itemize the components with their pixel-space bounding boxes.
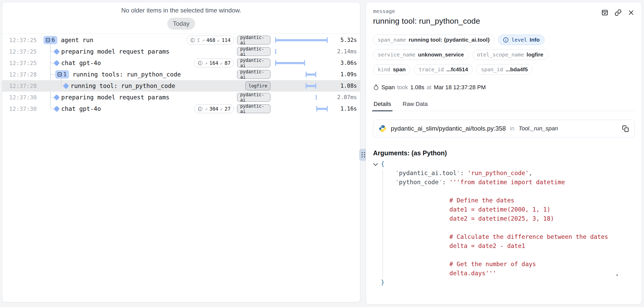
detail-tabs: DetailsRaw Data [373,101,635,111]
level-pill[interactable]: levelInfo [498,35,544,45]
scope-tag[interactable]: pydantic-ai [237,47,270,56]
copy-button[interactable] [622,125,629,132]
summary-timestamp: Mar 18 12:37:28 PM [434,84,486,91]
stopwatch-icon [373,84,379,91]
span-label: running tools: run_python_code [73,71,181,78]
attribute-pill-otel_scope_name[interactable]: otel_scope_namelogfire [472,49,548,60]
span-label: chat gpt-4o [61,105,101,112]
trace-row[interactable]: 12:37:30preparing model request paramspy… [2,92,360,103]
response-tokens-arrow-icon: ↙ [220,60,223,66]
attribute-label: level [511,37,527,43]
summary-span-word: Span [381,84,395,91]
request-tokens-arrow-icon: ↗ [202,37,205,43]
code-location-box[interactable]: pydantic_ai_slim/pydantic_ai/tools.py:35… [373,120,635,137]
collapse-toggle[interactable]: 6 [44,36,57,44]
span-duration: 1.16s [332,106,357,112]
attribute-value: running tool: {pydantic_ai.tool} [408,37,490,43]
trace-row[interactable]: 12:37:281running tools: run_python_codep… [2,69,360,80]
trace-row[interactable]: 12:37:30chat gpt-4o↗304↙27pydantic-ai1.1… [2,103,360,114]
trace-row[interactable]: 12:37:256agent runΣ↗468↙114pydantic-ai5.… [2,34,360,46]
attribute-pill-span_name[interactable]: span_namerunning tool: {pydantic_ai.tool… [373,35,494,45]
token-usage-badge: ↗164↙87 [194,59,234,67]
collapse-minus-icon [58,72,62,76]
tab-details[interactable]: Details [373,101,392,111]
code-location-function: Tool._run_span [519,125,558,132]
request-tokens: 304 [209,106,218,112]
scope-tag[interactable]: pydantic-ai [237,70,270,79]
arguments-heading: Arguments: (as Python) [373,149,635,157]
summary-took-word: took [397,84,408,91]
collapse-chevron-icon[interactable] [373,161,378,166]
timeline-cell [275,69,328,80]
duration-bar [275,60,305,66]
indent-guide-line [382,170,383,277]
attribute-value: logfire [527,52,543,58]
response-tokens: 114 [222,37,231,43]
timeline-cell [275,103,328,114]
row-timestamp: 12:37:30 [2,94,38,101]
collapse-toggle[interactable]: 1 [55,70,69,79]
arguments-code-block: { 'pydantic_ai.tool': 'run_python_code',… [373,159,635,287]
link-icon[interactable] [615,9,622,16]
attribute-pill-trace_id[interactable]: trace_id...fc4514 [414,64,473,75]
code-location-in-word: in [510,125,515,132]
row-timestamp: 12:37:28 [2,83,38,89]
row-timestamp: 12:37:25 [2,37,38,43]
response-tokens: 87 [225,60,231,66]
duration-tick [275,49,276,54]
trace-row[interactable]: 12:37:28running tool: run_python_codelog… [2,80,360,92]
span-duration: 2.07ms [332,94,357,100]
scope-tag[interactable]: pydantic-ai [237,59,270,67]
scope-tag[interactable]: logfire [245,81,270,90]
attribute-pill-span_id[interactable]: span_id...bda4f5 [476,64,532,75]
attribute-label: trace_id [419,66,444,73]
scope-tag[interactable]: pydantic-ai [237,104,270,113]
attribute-pill-service_name[interactable]: service_nameunknown_service [373,49,469,60]
attribute-pill-kind[interactable]: kindspan [373,64,410,75]
attribute-label: kind [378,66,390,73]
attribute-label: otel_scope_name [477,52,524,58]
tokens-coin-icon [197,106,203,112]
request-tokens-arrow-icon: ↗ [205,106,207,111]
arguments-code: { 'pydantic_ai.tool': 'run_python_code',… [381,159,635,287]
timeline-cell [275,34,328,46]
copy-icon [622,125,629,132]
trace-list-panel: No older items in the selected time wind… [2,2,360,302]
row-timestamp: 12:37:28 [2,71,38,78]
span-duration: 3.06s [332,60,357,66]
duration-bar [275,37,328,43]
attribute-label: span_id [481,66,503,73]
attribute-value: span [393,66,406,73]
attribute-value: unknown_service [418,52,464,58]
today-button[interactable]: Today [167,18,195,30]
close-icon[interactable] [628,9,634,16]
span-duration: 5.32s [332,37,357,43]
child-count: 6 [52,37,55,43]
row-timestamp: 12:37:30 [2,106,38,112]
attribute-label: service_name [378,52,416,58]
summary-at-word: at [427,84,431,91]
child-count: 1 [63,71,67,78]
response-tokens: 27 [225,106,231,112]
timeline-cell [275,92,328,103]
duration-bar [316,106,328,112]
attribute-pills: span_namerunning tool: {pydantic_ai.tool… [373,35,635,75]
sigma-icon: Σ [197,37,200,43]
trace-row[interactable]: 12:37:25chat gpt-4o↗164↙87pydantic-ai3.0… [2,57,360,69]
row-timestamp: 12:37:25 [2,48,38,55]
summary-duration: 1.08s [410,84,424,91]
span-label: chat gpt-4o [61,60,101,66]
archive-box-icon[interactable] [601,9,608,16]
code-location-path: pydantic_ai_slim/pydantic_ai/tools.py:35… [391,125,506,132]
tab-raw-data[interactable]: Raw Data [402,101,428,111]
span-label: agent run [61,37,94,43]
timeline-cell [275,46,328,57]
scope-tag[interactable]: pydantic-ai [237,93,270,102]
response-tokens-arrow-icon: ↙ [217,37,220,43]
tokens-coin-icon [197,60,203,66]
trace-row[interactable]: 12:37:25preparing model request paramspy… [2,46,360,57]
span-detail-panel: message running tool: run_python_code sp… [366,2,642,304]
scope-tag[interactable]: pydantic-ai [237,36,270,44]
span-duration: 2.14ms [332,48,357,55]
request-tokens: 164 [209,60,218,66]
